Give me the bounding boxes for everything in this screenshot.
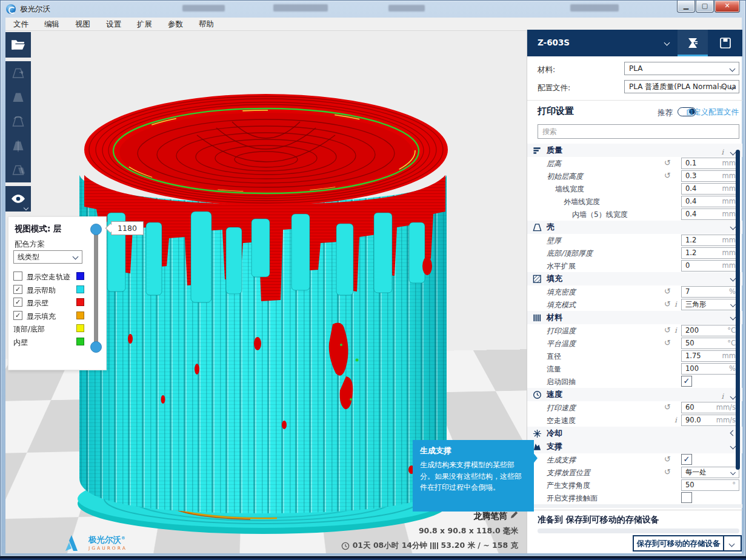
setting-field[interactable]: 0.4mm	[681, 183, 739, 195]
setting-field[interactable]: 1.75mm	[681, 350, 739, 362]
cooling-icon	[533, 429, 542, 438]
setting-field[interactable]: 90.0mm/s	[681, 415, 739, 426]
section-header[interactable]: 壳	[527, 221, 742, 234]
setting-field[interactable]: 100%	[681, 363, 739, 375]
info-icon[interactable]: i	[674, 416, 677, 424]
legend-color-swatch	[76, 298, 84, 306]
section-header[interactable]: 支撑	[527, 440, 742, 453]
setting-field[interactable]: 0.3mm	[681, 170, 739, 182]
legend-checkbox[interactable]: ✓	[13, 311, 22, 320]
setting-field[interactable]: 1.2mm	[681, 235, 739, 246]
reset-icon[interactable]: ↺	[664, 455, 671, 464]
view-options-button[interactable]	[5, 186, 31, 212]
setting-field[interactable]: 0.1mm	[681, 158, 739, 169]
section-title: 壳	[547, 222, 555, 233]
chevron-down-icon[interactable]	[730, 149, 736, 155]
material-dropdown[interactable]: PLA	[624, 62, 739, 75]
profile-dropdown[interactable]: PLA 普通质量(PLA Normal Qua ★	[624, 80, 739, 93]
chevron-down-icon[interactable]	[730, 224, 736, 230]
setting-field[interactable]: 7%	[681, 286, 739, 298]
jgaurora-logo: 极光尔沃® JGAURORA	[63, 534, 127, 552]
setting-dropdown[interactable]: 每一处	[681, 467, 739, 478]
rotate-tool-button[interactable]	[5, 110, 31, 134]
reset-icon[interactable]: ↺	[664, 158, 671, 167]
setting-field[interactable]: 50°	[681, 479, 739, 491]
setting-checkbox[interactable]: ✓	[681, 376, 692, 387]
reset-icon[interactable]: ↺	[664, 325, 671, 335]
setting-field[interactable]: 50°C	[681, 338, 739, 349]
setting-field[interactable]: 1.2mm	[681, 247, 739, 259]
section-header[interactable]: 速度i	[527, 388, 742, 401]
clock-icon	[341, 542, 350, 550]
menu-item[interactable]: 帮助	[191, 18, 222, 31]
section-header[interactable]: 冷却	[527, 427, 742, 440]
reset-icon[interactable]: ↺	[664, 171, 671, 180]
scrollbar-thumb[interactable]	[736, 150, 740, 470]
search-input[interactable]	[538, 124, 739, 139]
jgaurora-logo-icon	[63, 534, 85, 552]
setting-field[interactable]: 60mm/s	[681, 402, 739, 413]
info-icon[interactable]: i	[721, 148, 724, 156]
reset-icon[interactable]: ↺	[664, 287, 671, 296]
info-icon[interactable]: i	[721, 392, 724, 401]
per-model-settings-tool-button[interactable]	[5, 158, 31, 182]
section-header[interactable]: 填充	[527, 272, 742, 285]
menu-item[interactable]: 设置	[98, 18, 129, 31]
save-device-dropdown[interactable]	[724, 535, 742, 552]
setting-unit: mm	[722, 235, 736, 245]
settings-scrollbar[interactable]	[736, 144, 740, 507]
printer-selector[interactable]: Z-603S	[527, 30, 678, 56]
close-button[interactable]: ✕	[714, 1, 740, 13]
setting-dropdown[interactable]: 三角形	[681, 299, 739, 310]
chevron-left-icon[interactable]	[730, 430, 736, 436]
titlebar[interactable]: 极光尔沃 ▁ ▢ ✕	[1, 1, 745, 18]
minimize-button[interactable]: ▁	[677, 1, 695, 13]
reset-icon[interactable]: ↺	[664, 467, 671, 476]
layer-slider[interactable]	[94, 225, 98, 350]
chevron-down-icon[interactable]	[730, 444, 736, 450]
custom-profile-link[interactable]: 自定义配置文件	[686, 107, 739, 118]
menu-item[interactable]: 编辑	[36, 18, 67, 31]
layer-legend: 显示空走轨迹✓显示帮助✓显示壁✓显示填充顶部/底部内壁	[8, 270, 107, 348]
section-header[interactable]: 质量i	[527, 144, 742, 157]
reset-icon[interactable]: ↺	[664, 338, 671, 347]
menu-item[interactable]: 文件	[5, 18, 36, 31]
color-scheme-dropdown[interactable]: 线类型	[13, 250, 82, 264]
setting-field[interactable]: 0.4mm	[681, 208, 739, 220]
mirror-tool-button[interactable]	[5, 134, 31, 158]
tab-print-settings[interactable]	[678, 30, 708, 56]
setting-unit: mm	[722, 209, 736, 219]
layer-slider-top-handle[interactable]	[90, 224, 102, 235]
legend-checkbox[interactable]	[13, 272, 22, 281]
setting-unit: %	[729, 364, 736, 374]
edit-pencil-icon[interactable]	[510, 511, 518, 519]
tab-monitor[interactable]	[710, 30, 741, 56]
setting-checkbox[interactable]: ✓	[681, 454, 692, 465]
setting-checkbox[interactable]	[681, 492, 692, 503]
info-icon[interactable]: i	[674, 326, 677, 335]
move-tool-button[interactable]	[5, 61, 31, 85]
open-file-button[interactable]	[5, 32, 31, 58]
sliced-model-pen-holder[interactable]	[72, 84, 454, 536]
eye-icon	[11, 192, 25, 206]
maximize-button[interactable]: ▢	[696, 1, 714, 13]
menu-item[interactable]: 扩展	[129, 18, 160, 31]
legend-checkbox[interactable]: ✓	[13, 285, 22, 294]
layer-slider-bottom-handle[interactable]	[90, 341, 102, 353]
menu-item[interactable]: 参数	[160, 18, 191, 31]
scale-tool-button[interactable]	[5, 85, 31, 110]
reset-icon[interactable]: ↺	[664, 299, 671, 308]
legend-checkbox[interactable]: ✓	[13, 298, 22, 307]
chevron-down-icon[interactable]	[730, 315, 736, 321]
setting-field[interactable]: 0.4mm	[681, 196, 739, 207]
setting-field[interactable]: 200°C	[681, 325, 739, 336]
menu-item[interactable]: 视图	[67, 18, 98, 31]
info-icon[interactable]: i	[674, 300, 677, 308]
windows-taskbar[interactable]	[0, 556, 746, 560]
chevron-down-icon[interactable]	[730, 393, 736, 399]
save-to-removable-button[interactable]: 保存到可移动的存储设备	[633, 535, 724, 552]
section-header[interactable]: 材料	[527, 311, 742, 324]
setting-field[interactable]: 0mm	[681, 260, 739, 272]
chevron-down-icon[interactable]	[730, 276, 736, 282]
reset-icon[interactable]: ↺	[664, 402, 671, 412]
